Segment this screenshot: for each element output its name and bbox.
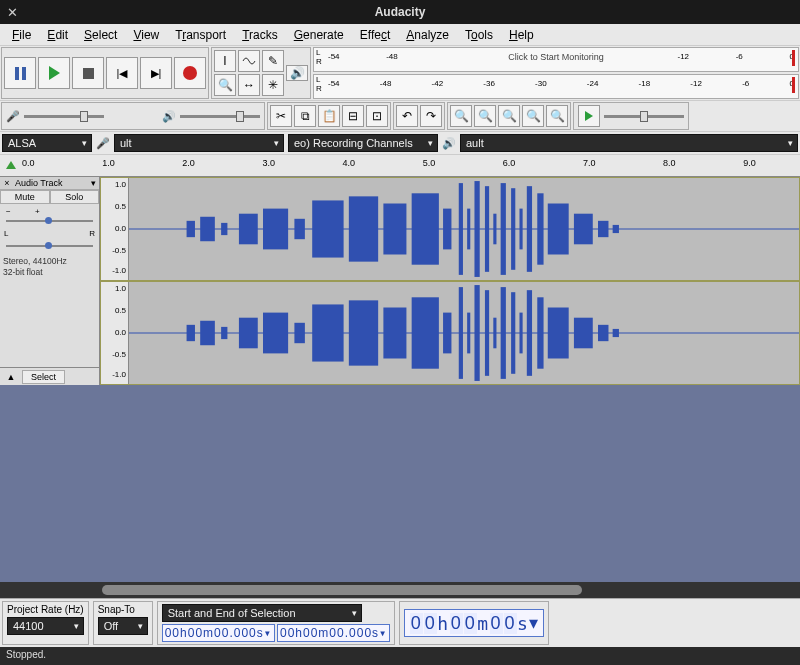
menubar: File Edit Select View Transport Tracks G… (0, 24, 800, 46)
solo-button[interactable]: Solo (50, 190, 100, 204)
svg-rect-32 (263, 313, 288, 354)
svg-rect-6 (263, 209, 288, 250)
gain-slider[interactable]: − + (0, 204, 99, 229)
playback-speed-slider[interactable] (604, 115, 684, 118)
svg-rect-44 (501, 287, 506, 379)
svg-rect-15 (474, 181, 479, 277)
mute-button[interactable]: Mute (0, 190, 50, 204)
menu-select[interactable]: Select (76, 26, 125, 44)
close-icon[interactable]: ✕ (0, 5, 24, 20)
menu-view[interactable]: View (125, 26, 167, 44)
track-menu-button[interactable]: ▾ (88, 178, 98, 188)
svg-rect-41 (474, 285, 479, 381)
svg-rect-7 (294, 219, 304, 239)
edit-toolbar: ✂ ⧉ 📋 ⊟ ⊡ (267, 102, 391, 130)
menu-effect[interactable]: Effect (352, 26, 398, 44)
track-close-button[interactable]: × (1, 178, 13, 188)
track-collapse-button[interactable]: ▲ (0, 372, 22, 382)
vertical-scale[interactable]: 1.0 0.5 0.0 -0.5 -1.0 (101, 178, 129, 280)
fit-project-button[interactable]: 🔍 (522, 105, 544, 127)
svg-rect-19 (511, 188, 515, 270)
horizontal-scrollbar[interactable] (0, 582, 800, 598)
speaker-icon: 🔊 (442, 137, 456, 150)
menu-file[interactable]: File (4, 26, 39, 44)
svg-rect-14 (467, 209, 470, 250)
menu-generate[interactable]: Generate (286, 26, 352, 44)
record-button[interactable] (174, 57, 206, 89)
play-volume-slider[interactable] (180, 115, 260, 118)
undo-button[interactable]: ↶ (396, 105, 418, 127)
pin-icon[interactable] (0, 155, 22, 176)
svg-marker-0 (6, 161, 16, 169)
recording-channels-dropdown[interactable]: eo) Recording Channels (288, 134, 438, 152)
zoom-in-button[interactable]: 🔍 (450, 105, 472, 127)
svg-rect-22 (537, 193, 543, 264)
menu-transport[interactable]: Transport (167, 26, 234, 44)
transport-toolbar: |◀ ▶| (1, 47, 209, 99)
play-at-speed-button[interactable] (578, 105, 600, 127)
snap-to-dropdown[interactable]: Off (98, 617, 148, 635)
svg-rect-51 (598, 325, 608, 341)
playback-meter[interactable]: LR -54-48-42-36-30-24-18-12-60 (313, 74, 799, 99)
zoom-tool[interactable]: 🔍 (214, 74, 236, 96)
svg-rect-2 (187, 221, 195, 237)
envelope-tool[interactable] (238, 50, 260, 72)
track-channel-right: 1.0 0.5 0.0 -0.5 -1.0 (100, 281, 800, 385)
cut-button[interactable]: ✂ (270, 105, 292, 127)
paste-button[interactable]: 📋 (318, 105, 340, 127)
play-button[interactable] (38, 57, 70, 89)
draw-tool[interactable]: ✎ (262, 50, 284, 72)
playback-device-dropdown[interactable]: ault (460, 134, 798, 152)
pan-slider[interactable] (0, 238, 99, 254)
skip-start-button[interactable]: |◀ (106, 57, 138, 89)
undo-toolbar: ↶ ↷ (393, 102, 445, 130)
zoom-toggle-button[interactable]: 🔍 (546, 105, 568, 127)
track-name[interactable]: Audio Track (13, 178, 88, 188)
skip-end-button[interactable]: ▶| (140, 57, 172, 89)
zoom-out-button[interactable]: 🔍 (474, 105, 496, 127)
svg-rect-26 (613, 225, 619, 233)
menu-help[interactable]: Help (501, 26, 542, 44)
svg-rect-37 (412, 297, 439, 368)
pause-button[interactable] (4, 57, 36, 89)
rec-volume-slider[interactable] (24, 115, 104, 118)
recording-meter[interactable]: LR -54-48-12-60 Click to Start Monitorin… (313, 47, 799, 72)
selection-mode-dropdown[interactable]: Start and End of Selection (162, 604, 362, 622)
selection-end-time[interactable]: 00h00m00.000s▾ (277, 624, 390, 642)
fit-selection-button[interactable]: 🔍 (498, 105, 520, 127)
track-select-button[interactable]: Select (22, 370, 65, 384)
timeshift-tool[interactable]: ↔ (238, 74, 260, 96)
selection-tool[interactable]: I (214, 50, 236, 72)
copy-button[interactable]: ⧉ (294, 105, 316, 127)
window-title: Audacity (0, 5, 800, 19)
audio-position[interactable]: 00 h 00 m 00 s ▾ (404, 609, 544, 637)
trim-button[interactable]: ⊟ (342, 105, 364, 127)
device-toolbar: ALSA 🎤 ult eo) Recording Channels 🔊 ault (0, 132, 800, 155)
svg-rect-18 (501, 183, 506, 275)
audio-host-dropdown[interactable]: ALSA (2, 134, 92, 152)
svg-rect-47 (527, 290, 532, 376)
project-rate-dropdown[interactable]: 44100 (7, 617, 84, 635)
menu-tracks[interactable]: Tracks (234, 26, 286, 44)
zoom-toolbar: 🔍 🔍 🔍 🔍 🔍 (447, 102, 571, 130)
selection-start-time[interactable]: 00h00m00.000s▾ (162, 624, 275, 642)
pan-labels: LR (0, 229, 99, 238)
speaker-icon[interactable]: 🔊 (286, 65, 308, 81)
silence-button[interactable]: ⊡ (366, 105, 388, 127)
play-at-speed (573, 102, 689, 130)
waveform-right[interactable] (129, 282, 799, 384)
menu-tools[interactable]: Tools (457, 26, 501, 44)
menu-analyze[interactable]: Analyze (398, 26, 457, 44)
svg-rect-46 (519, 313, 522, 354)
waveform-left[interactable] (129, 178, 799, 280)
timeline-ruler[interactable]: 0.0 1.0 2.0 3.0 4.0 5.0 6.0 7.0 8.0 9.0 (0, 155, 800, 177)
svg-rect-49 (548, 308, 569, 359)
menu-edit[interactable]: Edit (39, 26, 76, 44)
titlebar: ✕ Audacity (0, 0, 800, 24)
recording-device-dropdown[interactable]: ult (114, 134, 284, 152)
stop-button[interactable] (72, 57, 104, 89)
multi-tool[interactable]: ✳ (262, 74, 284, 96)
svg-rect-48 (537, 297, 543, 368)
svg-rect-50 (574, 318, 593, 349)
redo-button[interactable]: ↷ (420, 105, 442, 127)
